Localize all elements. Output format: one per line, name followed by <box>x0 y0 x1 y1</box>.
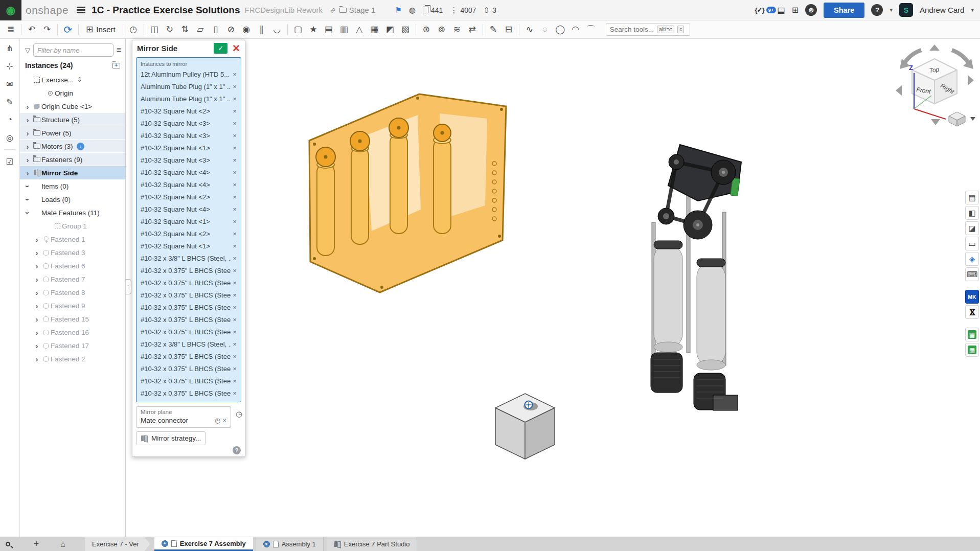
mirror-instance-item[interactable]: #10-32 Square Nut <3> × <box>136 129 241 142</box>
standard-content-icon[interactable]: ★ <box>306 22 321 37</box>
tree-item[interactable]: Fastened 15 <box>20 312 125 326</box>
cut-list-icon[interactable]: ☑ <box>3 155 16 168</box>
insert-button[interactable]: ⊞ Insert <box>81 22 120 37</box>
remove-instance-button[interactable]: × <box>231 365 238 373</box>
cancel-button[interactable]: ✕ <box>232 43 240 53</box>
remove-instance-button[interactable]: × <box>231 230 238 238</box>
chevron-icon[interactable] <box>32 275 41 284</box>
mirror-instance-item[interactable]: #10-32 x 0.375" L BHCS (Stee... × <box>136 277 241 289</box>
toolbar-button[interactable] <box>76 22 81 37</box>
onshape-logo[interactable]: ◉ <box>0 0 21 20</box>
dialog-help-icon[interactable]: ? <box>233 446 241 454</box>
user-caret-icon[interactable]: ▾ <box>971 7 974 13</box>
parallel-mate-icon[interactable]: ∥ <box>254 22 269 37</box>
remove-instance-button[interactable]: × <box>231 132 238 140</box>
toolbar-button[interactable] <box>120 22 126 37</box>
mirror-instance-item[interactable]: #10-32 Square Nut <3> × <box>136 154 241 166</box>
bom-panel-icon[interactable]: ▤ <box>965 191 979 204</box>
planar-mate-icon[interactable]: ▱ <box>193 22 208 37</box>
tree-item[interactable]: Fastened 6 <box>20 259 125 272</box>
app-pinwheel-icon[interactable]: ◈ <box>965 252 979 266</box>
history-icon[interactable]: ◔ <box>3 113 16 126</box>
tree-item[interactable]: Origin <box>20 86 125 100</box>
chevron-icon[interactable] <box>32 248 41 257</box>
chevron-icon[interactable] <box>23 102 32 111</box>
toolbar-button[interactable] <box>480 22 486 37</box>
hamburger-menu-icon[interactable] <box>77 7 85 13</box>
mate-connector-clock-icon[interactable]: ◷ <box>215 417 220 424</box>
tree-item[interactable]: Fastened 16 <box>20 326 125 339</box>
chevron-icon[interactable] <box>23 209 32 217</box>
circle-icon[interactable]: ◯ <box>553 22 568 37</box>
drawing-icon[interactable]: ✎ <box>486 22 501 37</box>
toolbar-button[interactable] <box>55 22 60 37</box>
chevron-icon[interactable] <box>32 262 41 270</box>
mirror-instance-item[interactable]: #10-32 Square Nut <1> × <box>136 142 241 154</box>
ellipse-icon[interactable]: ◌ <box>537 22 553 37</box>
tree-item[interactable]: Group 1 <box>20 219 125 233</box>
views-stat[interactable]: ⋮ 4007 <box>450 6 476 15</box>
orange-assembly-model[interactable] <box>289 87 524 304</box>
remove-instance-button[interactable]: × <box>231 181 238 189</box>
remove-instance-button[interactable]: × <box>231 328 238 336</box>
add-folder-icon[interactable] <box>112 63 120 68</box>
remove-instance-button[interactable]: × <box>231 156 238 164</box>
chevron-icon[interactable] <box>23 155 32 164</box>
fastened-mate-icon[interactable]: ◫ <box>147 22 162 37</box>
appearance-icon[interactable]: ◩ <box>382 22 398 37</box>
tree-item[interactable]: Mate Features (11) <box>20 206 125 219</box>
tab-version[interactable]: Exercise 7 - Ver <box>85 537 150 551</box>
view-cube[interactable]: Top Front Right Z X <box>895 43 980 128</box>
rack-relation-icon[interactable]: ≋ <box>449 22 465 37</box>
insert-panel-icon[interactable]: ⊹ <box>3 60 16 72</box>
ball-mate-icon[interactable]: ◉ <box>239 22 254 37</box>
chevron-icon[interactable] <box>23 116 32 124</box>
clear-mirror-plane-button[interactable]: × <box>222 417 226 424</box>
sketch-panel-icon[interactable]: ▭ <box>965 237 979 250</box>
mirror-instance-item[interactable]: #10-32 x 0.375" L BHCS (Stee... × <box>136 362 241 375</box>
shortcut-keys-icon[interactable]: ⌨ <box>965 267 979 281</box>
tab-exercise7-part-studio[interactable]: Exercise 7 Part Studio <box>327 537 418 551</box>
remove-instance-button[interactable]: × <box>231 291 238 299</box>
named-positions-icon[interactable]: ▥ <box>336 22 352 37</box>
remove-instance-button[interactable]: × <box>231 83 238 90</box>
mirror-instance-item[interactable]: #10-32 Square Nut <2> × <box>136 227 241 240</box>
relations-icon[interactable]: ⊛ <box>419 22 434 37</box>
replicate-icon[interactable]: ⇄ <box>465 22 480 37</box>
help-button[interactable]: ? <box>871 4 883 16</box>
activity-button[interactable] <box>4 149 15 150</box>
link-icon[interactable]: ∞ <box>328 5 338 15</box>
chevron-icon[interactable] <box>32 288 41 297</box>
mirror-strategy-button[interactable]: Mirror strategy... <box>136 431 206 445</box>
part-list-icon[interactable]: ◪ <box>965 221 979 235</box>
sheet-app-icon[interactable]: ▦ <box>965 328 979 341</box>
configuration-icon[interactable]: ⊟ <box>501 22 516 37</box>
remove-instance-button[interactable]: × <box>231 71 238 78</box>
toolbar-button[interactable] <box>516 22 522 37</box>
spline-icon[interactable]: ∿ <box>522 22 537 37</box>
notes-icon[interactable]: ✎ <box>3 96 16 108</box>
chevron-icon[interactable] <box>23 142 32 151</box>
update-icon[interactable]: ⟳ <box>60 22 76 37</box>
chevron-icon[interactable] <box>32 355 41 363</box>
mirror-instance-item[interactable]: #10-32 x 0.375" L BHCS (Stee... × <box>136 326 241 338</box>
public-icon[interactable]: ◍ <box>409 6 416 15</box>
remove-instance-button[interactable]: × <box>231 107 238 115</box>
breadcrumb-folder[interactable]: Stage 1 <box>339 6 376 14</box>
dark-assembly-model[interactable] <box>636 141 746 414</box>
plane-options-clock-icon[interactable]: ◷ <box>236 409 242 419</box>
gear-relation-icon[interactable]: ⊚ <box>434 22 449 37</box>
tree-item[interactable]: Origin Cube <1> <box>20 100 125 113</box>
tasks-icon[interactable]: ▤ <box>778 5 785 15</box>
filter-icon[interactable]: ▽ <box>25 47 30 54</box>
remove-instance-button[interactable]: × <box>231 304 238 311</box>
assembly-features-icon[interactable]: ≣ <box>3 22 18 37</box>
tree-item[interactable]: Exercise... <box>20 73 125 86</box>
mirror-instance-item[interactable]: #10-32 x 0.375" L BHCS (Stee... × <box>136 264 241 277</box>
featurescript-icon[interactable]: {✓} <box>755 6 764 14</box>
remove-instance-button[interactable]: × <box>231 353 238 360</box>
publication-icon[interactable]: ▧ <box>398 22 413 37</box>
comments-icon[interactable]: ✉ <box>3 78 16 90</box>
toolbar-button[interactable] <box>413 22 419 37</box>
mirror-instance-item[interactable]: 12t Aluminum Pulley (HTD 5... × <box>136 68 241 80</box>
